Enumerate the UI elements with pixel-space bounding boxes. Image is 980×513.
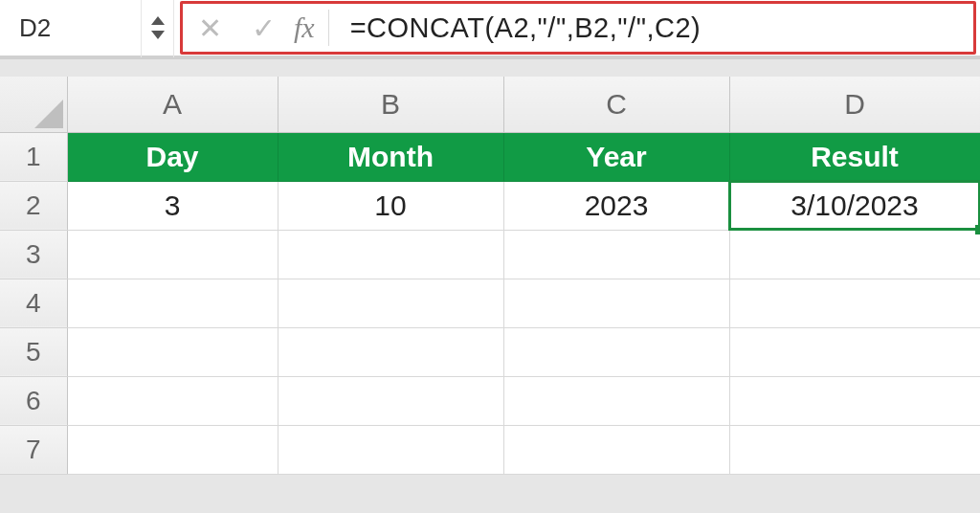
- cell-C3[interactable]: [503, 230, 729, 279]
- col-header-A[interactable]: A: [67, 77, 278, 132]
- formula-bar: D2 fx =CONCAT(A2,"/",B2,"/",C2): [0, 0, 980, 59]
- cancel-icon[interactable]: [183, 4, 236, 52]
- cell-B4[interactable]: [278, 279, 503, 327]
- cell-A7[interactable]: [67, 425, 278, 474]
- col-header-C[interactable]: C: [503, 77, 729, 132]
- cell-D6[interactable]: [729, 376, 980, 425]
- cell-A1[interactable]: Day: [67, 132, 278, 181]
- cell-B2[interactable]: 10: [278, 181, 503, 230]
- cell-B1[interactable]: Month: [278, 132, 503, 181]
- cell-B7[interactable]: [278, 425, 503, 474]
- cell-B5[interactable]: [278, 327, 503, 376]
- select-all-corner[interactable]: [0, 77, 67, 132]
- cell-C7[interactable]: [503, 425, 729, 474]
- cell-C5[interactable]: [503, 327, 729, 376]
- cell-A2[interactable]: 3: [67, 181, 278, 230]
- spinner-up-icon[interactable]: [151, 16, 165, 25]
- cell-C4[interactable]: [503, 279, 729, 327]
- cell-A3[interactable]: [67, 230, 278, 279]
- cell-A6[interactable]: [67, 376, 278, 425]
- formula-bar-divider: [328, 10, 329, 46]
- row-header-2[interactable]: 2: [0, 181, 67, 230]
- row-header-5[interactable]: 5: [0, 327, 67, 376]
- row-header-3[interactable]: 3: [0, 230, 67, 279]
- cell-C6[interactable]: [503, 376, 729, 425]
- row-header-4[interactable]: 4: [0, 279, 67, 327]
- cell-B6[interactable]: [278, 376, 503, 425]
- cell-D4[interactable]: [729, 279, 980, 327]
- name-box[interactable]: D2: [0, 0, 142, 57]
- col-header-D[interactable]: D: [729, 77, 980, 132]
- col-header-B[interactable]: B: [278, 77, 503, 132]
- cell-D1[interactable]: Result: [729, 132, 980, 181]
- row-header-1[interactable]: 1: [0, 132, 67, 181]
- formula-bar-highlight: fx =CONCAT(A2,"/",B2,"/",C2): [180, 1, 976, 55]
- spinner-down-icon[interactable]: [151, 31, 165, 39]
- cell-D2[interactable]: 3/10/2023: [729, 181, 980, 230]
- row-header-6[interactable]: 6: [0, 376, 67, 425]
- cell-D7[interactable]: [729, 425, 980, 474]
- cell-C1[interactable]: Year: [503, 132, 729, 181]
- cell-C2[interactable]: 2023: [503, 181, 729, 230]
- spreadsheet-grid[interactable]: A B C D 1 Day Month Year Result 2 3 10 2…: [0, 77, 980, 475]
- name-box-spinner[interactable]: [142, 0, 174, 57]
- fx-icon[interactable]: fx: [290, 11, 324, 44]
- formula-input[interactable]: =CONCAT(A2,"/",B2,"/",C2): [333, 12, 702, 44]
- row-header-7[interactable]: 7: [0, 425, 67, 474]
- confirm-icon[interactable]: [236, 4, 290, 52]
- cell-D3[interactable]: [729, 230, 980, 279]
- cell-A4[interactable]: [67, 279, 278, 327]
- cell-D5[interactable]: [729, 327, 980, 376]
- cell-A5[interactable]: [67, 327, 278, 376]
- cell-B3[interactable]: [278, 230, 503, 279]
